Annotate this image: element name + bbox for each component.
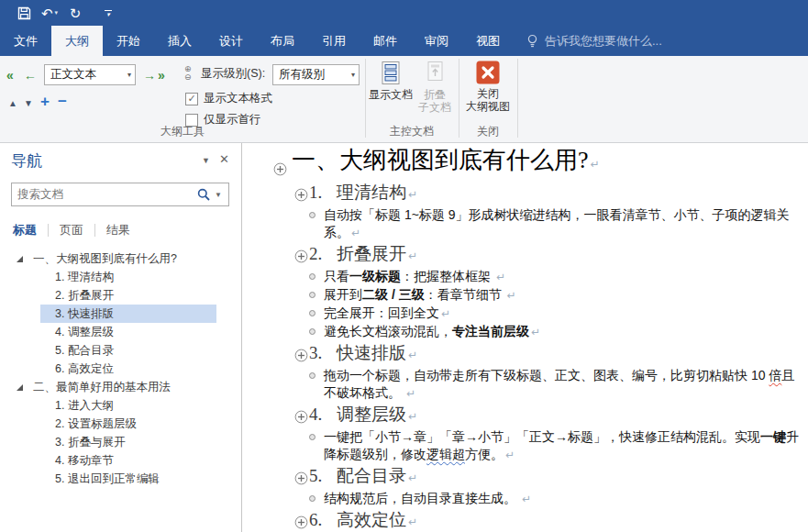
ribbon-tab-references[interactable]: 引用 bbox=[308, 26, 360, 56]
heading-text[interactable]: 折叠展开 bbox=[337, 244, 406, 263]
paragraph-text[interactable]: 一键把「小节→章」「章→小节」「正文→标题」，快速修正结构混乱。实现一键升降标题… bbox=[324, 429, 799, 461]
ribbon-tab-mailings[interactable]: 邮件 bbox=[360, 26, 411, 56]
ribbon-tab-home[interactable]: 开始 bbox=[103, 26, 154, 56]
ribbon-tab-file[interactable]: 文件 bbox=[0, 26, 51, 56]
paragraph-text[interactable]: 结构规范后，自动目录直接生成。 bbox=[324, 491, 520, 505]
outline-body-paragraph[interactable]: 完全展开：回到全文↵ bbox=[243, 305, 801, 323]
heading-text[interactable]: 调整层级 bbox=[337, 405, 406, 424]
expand-plus-circle-icon[interactable] bbox=[294, 346, 308, 367]
search-input[interactable] bbox=[12, 188, 197, 201]
nav-heading-item[interactable]: 5. 配合目录 bbox=[40, 341, 216, 360]
expand-collapse-triangle-icon[interactable] bbox=[17, 384, 23, 391]
ribbon-tab-review[interactable]: 审阅 bbox=[411, 26, 462, 56]
expand-plus-circle-icon[interactable] bbox=[294, 185, 308, 206]
outline-level-dropdown[interactable]: 正文文本 ▾ bbox=[44, 64, 136, 85]
search-icon[interactable] bbox=[197, 188, 210, 201]
expand-collapse-triangle-icon[interactable] bbox=[17, 256, 23, 262]
outline-h2-heading[interactable]: 2.折叠展开↵ bbox=[243, 243, 808, 267]
outline-body-paragraph[interactable]: 只看一级标题：把握整体框架 ↵ bbox=[243, 268, 801, 286]
outline-h2-heading[interactable]: 6.高效定位↵ bbox=[243, 509, 808, 532]
expand-plus-circle-icon[interactable] bbox=[294, 407, 308, 428]
search-box[interactable]: ▼ bbox=[11, 183, 229, 206]
heading-text[interactable]: 配合目录 bbox=[337, 466, 406, 485]
outline-h1-heading[interactable]: 一、大纲视图到底有什么用?↵ bbox=[243, 145, 808, 180]
nav-heading-item[interactable]: 6. 高效定位 bbox=[40, 360, 216, 378]
heading-text[interactable]: 一、大纲视图到底有什么用? bbox=[292, 147, 589, 173]
ribbon-tab-view[interactable]: 视图 bbox=[462, 26, 514, 56]
expand-plus-circle-icon[interactable] bbox=[294, 469, 308, 490]
expand-plus-circle-icon[interactable] bbox=[294, 247, 308, 268]
nav-heading-item[interactable]: 1. 理清结构 bbox=[40, 268, 216, 286]
ribbon-tab-outlining[interactable]: 大纲 bbox=[51, 26, 103, 56]
undo-button[interactable]: ↶ ▾ bbox=[39, 2, 61, 24]
nav-pane-tab[interactable]: 标题 bbox=[11, 222, 39, 238]
outline-body-paragraph[interactable]: 避免长文档滚动混乱，专注当前层级↵ bbox=[243, 323, 801, 341]
move-down-button[interactable]: ▼ bbox=[24, 96, 33, 111]
nav-heading-item[interactable]: 二、最简单好用的基本用法 bbox=[0, 378, 240, 396]
ribbon-tab-design[interactable]: 设计 bbox=[205, 26, 257, 56]
navigation-options-chevron-icon[interactable]: ▼ bbox=[202, 156, 210, 165]
demote-button[interactable]: → bbox=[143, 65, 156, 85]
move-up-button[interactable]: ▲ bbox=[8, 96, 17, 111]
paragraph-text[interactable]: 自动按「标题 1~标题 9」形成树状缩进结构，一眼看清章节、小节、子项的逻辑关系… bbox=[324, 207, 790, 239]
nav-heading-item[interactable]: 2. 设置标题层级 bbox=[40, 415, 216, 433]
nav-heading-item[interactable]: 3. 快速排版 bbox=[40, 305, 216, 323]
nav-heading-item[interactable]: 3. 折叠与展开 bbox=[40, 433, 216, 451]
nav-pane-tab[interactable]: 页面 bbox=[58, 222, 85, 238]
heading-text[interactable]: 高效定位 bbox=[337, 510, 406, 529]
nav-heading-item[interactable]: 4. 调整层级 bbox=[40, 323, 216, 341]
outline-body-paragraph[interactable]: 结构规范后，自动目录直接生成。 ↵ bbox=[243, 490, 801, 508]
heading-text[interactable]: 理清结构 bbox=[337, 183, 406, 202]
promote-to-heading1-button[interactable]: « bbox=[6, 65, 14, 85]
collapse-button[interactable]: − bbox=[58, 94, 67, 109]
body-bullet-icon[interactable] bbox=[309, 310, 315, 316]
body-bullet-icon[interactable] bbox=[309, 212, 315, 218]
outline-body-paragraph[interactable]: 拖动一个标题，自动带走所有下级标题、正文、图表、编号，比剪切粘贴快 10 倍且不… bbox=[243, 367, 801, 403]
show-document-button[interactable]: 显示文档 bbox=[369, 61, 413, 101]
nav-heading-item[interactable]: 5. 退出回到正常编辑 bbox=[40, 470, 216, 488]
paragraph-text[interactable]: 避免长文档滚动混乱，专注当前层级 bbox=[324, 324, 529, 338]
redo-button[interactable]: ↻ bbox=[64, 2, 86, 24]
outline-body-paragraph[interactable]: 自动按「标题 1~标题 9」形成树状缩进结构，一眼看清章节、小节、子项的逻辑关系… bbox=[243, 206, 801, 242]
tell-me-box[interactable]: 告诉我您想要做什么... bbox=[514, 26, 662, 56]
close-outline-view-button[interactable]: 关闭 大纲视图 bbox=[462, 61, 514, 113]
expand-plus-circle-icon[interactable] bbox=[273, 153, 287, 183]
navigation-close-icon[interactable]: ✕ bbox=[219, 152, 229, 166]
nav-pane-tab[interactable]: 结果 bbox=[105, 222, 132, 238]
demote-to-body-button[interactable]: » bbox=[158, 65, 165, 85]
outline-h2-heading[interactable]: 1.理清结构↵ bbox=[243, 182, 808, 205]
nav-heading-item[interactable]: 1. 进入大纲 bbox=[40, 396, 216, 415]
body-bullet-icon[interactable] bbox=[309, 273, 315, 280]
paragraph-text[interactable]: 完全展开：回到全文 bbox=[324, 305, 439, 320]
undo-dropdown-arrow-icon[interactable]: ▾ bbox=[55, 9, 59, 17]
show-text-formatting-checkbox[interactable]: ✓ 显示文本格式 bbox=[185, 91, 272, 106]
ribbon-tab-insert[interactable]: 插入 bbox=[154, 26, 205, 56]
body-bullet-icon[interactable] bbox=[309, 292, 315, 298]
body-bullet-icon[interactable] bbox=[309, 328, 315, 335]
ribbon-tab-layout[interactable]: 布局 bbox=[257, 26, 308, 56]
promote-button[interactable]: ← bbox=[24, 65, 37, 85]
outline-body-paragraph[interactable]: 一键把「小节→章」「章→小节」「正文→标题」，快速修正结构混乱。实现一键升降标题… bbox=[243, 428, 801, 464]
nav-heading-item[interactable]: 2. 折叠展开 bbox=[40, 286, 216, 305]
paragraph-text[interactable]: 只看一级标题：把握整体框架 bbox=[324, 269, 494, 283]
expand-plus-circle-icon[interactable] bbox=[294, 513, 308, 532]
document-canvas[interactable]: 一、大纲视图到底有什么用?↵1.理清结构↵自动按「标题 1~标题 9」形成树状缩… bbox=[243, 143, 808, 532]
expand-button[interactable]: + bbox=[40, 94, 50, 109]
save-button[interactable] bbox=[13, 2, 35, 24]
outline-h2-heading[interactable]: 4.调整层级↵ bbox=[243, 404, 808, 427]
paragraph-text[interactable]: 展开到二级 / 三级：看章节细节 bbox=[324, 287, 505, 302]
body-bullet-icon[interactable] bbox=[309, 434, 315, 440]
outline-h2-heading[interactable]: 5.配合目录↵ bbox=[243, 465, 808, 489]
body-bullet-icon[interactable] bbox=[309, 495, 315, 502]
heading-text[interactable]: 快速排版 bbox=[337, 343, 406, 362]
body-bullet-icon[interactable] bbox=[309, 372, 315, 379]
search-dropdown-chevron-icon[interactable]: ▼ bbox=[215, 191, 222, 199]
nav-heading-item[interactable]: 4. 移动章节 bbox=[40, 451, 216, 470]
outline-body-paragraph[interactable]: 展开到二级 / 三级：看章节细节 ↵ bbox=[243, 286, 801, 305]
outline-h2-heading[interactable]: 3.快速排版↵ bbox=[243, 342, 808, 366]
nav-item-label: 4. 移动章节 bbox=[55, 454, 114, 467]
nav-heading-item[interactable]: 一、大纲视图到底有什么用? bbox=[0, 249, 240, 268]
show-level-dropdown[interactable]: 所有级别 ▾ bbox=[272, 64, 360, 85]
customize-quick-access-button[interactable]: ▾ bbox=[97, 2, 119, 24]
paragraph-text[interactable]: 拖动一个标题，自动带走所有下级标题、正文、图表、编号，比剪切粘贴快 10 倍且不… bbox=[324, 368, 794, 400]
